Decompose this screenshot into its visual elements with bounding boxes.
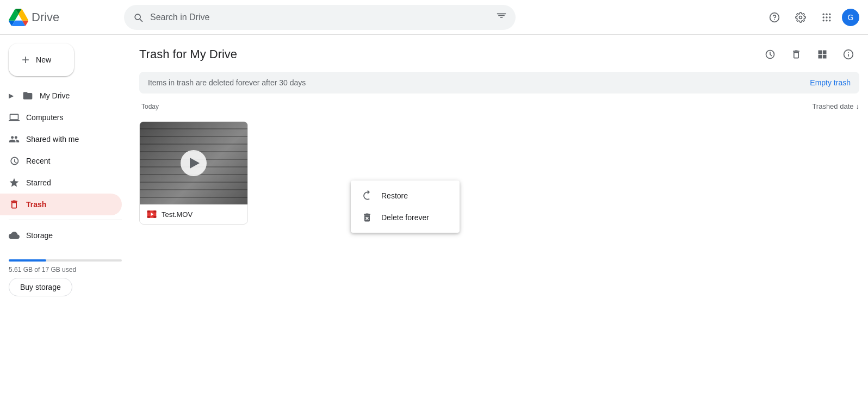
restore-label: Restore (381, 191, 408, 200)
people-icon (9, 134, 20, 145)
help-button[interactable] (764, 7, 785, 28)
svg-point-6 (829, 16, 830, 18)
sort-direction-icon: ↓ (856, 102, 860, 110)
advanced-search-icon[interactable] (496, 12, 507, 23)
content-header: Trash for My Drive (139, 35, 859, 72)
trash-notice-text: Items in trash are deleted forever after… (148, 78, 306, 87)
apps-button[interactable] (816, 7, 838, 28)
section-today-label: Today (139, 103, 159, 110)
topbar: Drive G (0, 0, 868, 35)
search-icon (133, 12, 144, 23)
main-layout: + New ▶ My Drive Computers Shared with m… (0, 35, 868, 398)
play-triangle-icon (190, 158, 200, 169)
page-title: Trash for My Drive (139, 47, 237, 61)
sidebar-item-label: Starred (26, 178, 51, 187)
context-menu: Restore Delete forever (351, 181, 460, 233)
sidebar-item-recent[interactable]: Recent (0, 150, 122, 172)
search-bar[interactable] (124, 5, 516, 30)
empty-trash-icon-button[interactable] (785, 43, 807, 65)
svg-point-8 (826, 20, 827, 21)
file-name: Test.MOV (162, 210, 241, 219)
section-row: Today Trashed date ↓ (139, 102, 859, 117)
search-input[interactable] (150, 13, 489, 22)
file-info: Test.MOV (140, 204, 247, 224)
info-button[interactable] (838, 43, 859, 65)
svg-rect-15 (153, 210, 156, 212)
new-button-wrap: + New (0, 39, 131, 85)
sidebar: + New ▶ My Drive Computers Shared with m… (0, 35, 131, 398)
new-button[interactable]: + New (9, 43, 74, 76)
empty-trash-button[interactable]: Empty trash (810, 78, 851, 87)
sidebar-item-label: Trash (26, 200, 46, 209)
file-card-test-mov[interactable]: Test.MOV (139, 121, 248, 225)
storage-section: 5.61 GB of 17 GB used Buy storage (0, 251, 131, 305)
avatar[interactable]: G (842, 9, 859, 26)
sidebar-item-my-drive[interactable]: ▶ My Drive (0, 85, 122, 107)
cloud-icon (9, 230, 20, 241)
settings-button[interactable] (790, 7, 811, 28)
folder-icon (22, 90, 33, 101)
sidebar-item-label: My Drive (40, 91, 70, 100)
drive-logo-icon (9, 8, 28, 27)
trash-icon (9, 199, 20, 210)
delete-forever-label: Delete forever (381, 213, 429, 222)
sidebar-item-label: Shared with me (26, 135, 79, 144)
activity-button[interactable] (759, 43, 781, 65)
sidebar-item-storage[interactable]: Storage (0, 225, 122, 246)
svg-point-5 (826, 16, 827, 18)
grid-view-button[interactable] (811, 43, 833, 65)
sidebar-item-label: Recent (26, 157, 50, 165)
svg-rect-16 (147, 216, 150, 217)
svg-rect-14 (147, 210, 150, 212)
app-name: Drive (32, 10, 59, 24)
storage-bar-fill (9, 259, 46, 262)
buy-storage-button[interactable]: Buy storage (9, 278, 72, 296)
trashed-date-header[interactable]: Trashed date ↓ (812, 102, 859, 110)
header-actions (759, 43, 859, 65)
svg-point-4 (823, 16, 824, 18)
delete-forever-icon (362, 212, 373, 223)
svg-rect-17 (153, 216, 156, 217)
logo-area: Drive (9, 8, 117, 27)
context-menu-delete-forever[interactable]: Delete forever (351, 207, 460, 228)
new-button-label: New (36, 55, 51, 64)
storage-text: 5.61 GB of 17 GB used (9, 266, 122, 273)
context-menu-restore[interactable]: Restore (351, 185, 460, 207)
svg-point-7 (823, 20, 824, 21)
play-button (181, 150, 207, 176)
computer-icon (9, 112, 20, 123)
sidebar-item-shared[interactable]: Shared with me (0, 128, 122, 150)
video-file-icon (146, 209, 157, 220)
sidebar-storage-label: Storage (26, 231, 53, 240)
file-grid: Test.MOV (139, 121, 859, 225)
star-icon (9, 177, 20, 188)
topbar-actions: G (764, 7, 859, 28)
file-thumbnail (140, 122, 247, 204)
restore-icon (362, 190, 373, 201)
sidebar-item-label: Computers (26, 113, 63, 122)
sidebar-item-trash[interactable]: Trash (0, 194, 122, 215)
svg-point-1 (823, 13, 824, 15)
trashed-date-label: Trashed date (812, 102, 853, 110)
trash-notice: Items in trash are deleted forever after… (139, 72, 859, 94)
sidebar-item-starred[interactable]: Starred (0, 172, 122, 194)
svg-point-9 (829, 20, 830, 21)
expand-icon: ▶ (9, 92, 14, 100)
content-area: Trash for My Drive (131, 35, 868, 398)
clock-icon (9, 156, 20, 166)
svg-point-3 (829, 13, 830, 15)
plus-icon: + (22, 52, 29, 67)
sidebar-item-computers[interactable]: Computers (0, 107, 122, 128)
sidebar-divider (9, 220, 122, 220)
storage-bar (9, 259, 122, 262)
svg-point-2 (826, 13, 827, 15)
